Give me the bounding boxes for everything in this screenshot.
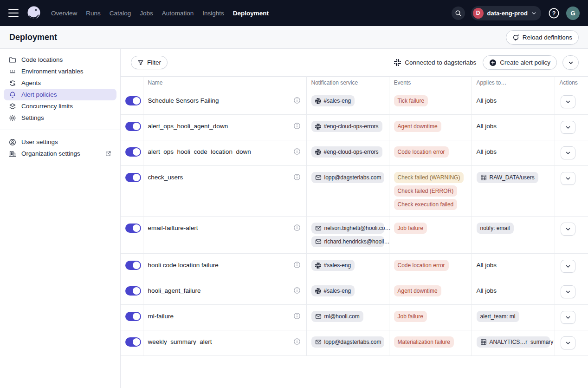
sidebar-item-code-locations[interactable]: Code locations: [4, 54, 116, 66]
applies-to-text: All jobs: [477, 287, 497, 294]
info-icon[interactable]: [293, 312, 301, 322]
enable-toggle[interactable]: [125, 286, 141, 296]
toggle-knob: [133, 338, 140, 346]
event-badge: Tick failure: [394, 95, 428, 106]
sidebar-item-environment-variables[interactable]: Environment variables: [4, 66, 116, 77]
event-badge: Agent downtime: [394, 285, 441, 296]
nav-item-catalog[interactable]: Catalog: [110, 10, 131, 17]
deployment-switcher[interactable]: D data-eng-prod: [471, 6, 541, 20]
table-row: Schedule Sensors Failing#sales-engTick f…: [121, 89, 588, 115]
toggle-knob: [133, 262, 140, 269]
toggle-knob: [133, 224, 140, 232]
create-alert-policy-button[interactable]: Create alert policy: [483, 55, 557, 70]
create-alert-policy-label: Create alert policy: [500, 59, 550, 66]
sidebar-item-organization-settings[interactable]: Organization settings: [4, 148, 116, 159]
sidebar-item-label: User settings: [21, 138, 58, 145]
nav-item-jobs[interactable]: Jobs: [140, 10, 153, 17]
row-actions-button[interactable]: [561, 172, 575, 185]
enable-toggle[interactable]: [125, 96, 141, 105]
reload-definitions-label: Reload definitions: [523, 34, 572, 41]
toggle-knob: [133, 97, 140, 105]
notification-chip: #eng-cloud-ops-errors: [311, 146, 382, 158]
bell-icon: [9, 91, 16, 99]
table-row: weekly_summary_alertlopp@dagsterlabs.com…: [121, 330, 588, 356]
notification-chip: #sales-eng: [311, 95, 355, 106]
info-icon[interactable]: [293, 148, 301, 157]
enable-toggle[interactable]: [125, 147, 141, 157]
notification-label: ml@hooli.com: [324, 313, 360, 320]
notification-chip: lopp@dagsterlabs.com: [311, 336, 384, 348]
sidebar: Code locationsEnvironment variablesAgent…: [0, 49, 121, 388]
sidebar-primary: Code locationsEnvironment variablesAgent…: [0, 54, 120, 124]
info-icon[interactable]: [293, 173, 301, 183]
sidebar-item-settings[interactable]: Settings: [4, 112, 116, 124]
help-button[interactable]: ?: [547, 7, 560, 20]
info-icon[interactable]: [293, 122, 301, 132]
notification-label: richard.hendricks@hooli…: [324, 238, 390, 245]
event-badge: Check failed (WARNING): [394, 172, 464, 183]
sidebar-item-label: Environment variables: [21, 68, 84, 75]
search-icon: [455, 10, 462, 17]
applies-to-chip: RAW_DATA/users: [477, 172, 538, 183]
row-actions-button[interactable]: [561, 95, 575, 108]
notification-label: lopp@dagsterlabs.com: [324, 339, 381, 345]
info-icon[interactable]: [293, 338, 301, 347]
policy-name: Schedule Sensors Failing: [148, 95, 219, 105]
nav-item-insights[interactable]: Insights: [202, 10, 224, 17]
event-badge: Agent downtime: [394, 121, 441, 132]
variables-icon: [9, 68, 16, 75]
filter-button[interactable]: Filter: [131, 56, 168, 69]
enable-toggle[interactable]: [125, 337, 141, 347]
notification-label: nelson.bighetti@hooli.co…: [324, 225, 391, 231]
connected-status: Connected to dagsterlabs: [394, 59, 476, 66]
enable-toggle[interactable]: [125, 173, 141, 182]
event-badge: Job failure: [394, 223, 427, 234]
page-title: Deployment: [9, 33, 57, 42]
alert-policies-table: NameNotification serviceEventsApplies to…: [121, 76, 588, 356]
column-header-events: Events: [389, 77, 472, 89]
row-actions-button[interactable]: [561, 311, 575, 324]
user-avatar[interactable]: G: [566, 7, 580, 20]
enable-toggle[interactable]: [125, 261, 141, 270]
info-icon[interactable]: [293, 261, 301, 270]
row-actions-button[interactable]: [561, 336, 575, 349]
nav-item-automation[interactable]: Automation: [162, 10, 194, 17]
info-icon[interactable]: [293, 287, 301, 296]
row-actions-button[interactable]: [561, 285, 575, 298]
sidebar-item-alert-policies[interactable]: Alert policies: [4, 89, 116, 100]
enable-toggle[interactable]: [125, 224, 141, 233]
sidebar-item-user-settings[interactable]: User settings: [4, 136, 116, 148]
sidebar-item-agents[interactable]: Agents: [4, 77, 116, 89]
row-actions-button[interactable]: [561, 223, 575, 236]
applies-to-chip: ANALYTICS…r_summary: [477, 336, 550, 348]
nav-item-overview[interactable]: Overview: [51, 10, 77, 17]
svg-text:?: ?: [552, 10, 556, 16]
reload-definitions-button[interactable]: Reload definitions: [506, 30, 579, 45]
sidebar-item-concurrency-limits[interactable]: Concurrency limits: [4, 100, 116, 112]
dagster-logo-icon[interactable]: [25, 4, 43, 22]
asset-table-icon: [480, 339, 487, 345]
search-button[interactable]: [452, 7, 465, 20]
filter-icon: [137, 59, 144, 66]
notification-chip: ml@hooli.com: [311, 311, 363, 322]
row-actions-button[interactable]: [561, 260, 575, 273]
column-header-notification-service: Notification service: [306, 77, 389, 89]
email-icon: [315, 313, 322, 320]
column-header-actions: Actions: [555, 77, 588, 89]
info-icon[interactable]: [293, 224, 301, 233]
nav-item-runs[interactable]: Runs: [86, 10, 101, 17]
info-icon[interactable]: [293, 97, 301, 106]
table-row: ml-failureml@hooli.comJob failurealert_t…: [121, 305, 588, 330]
notification-label: lopp@dagsterlabs.com: [324, 174, 381, 181]
enable-toggle[interactable]: [125, 122, 141, 131]
enable-toggle[interactable]: [125, 312, 141, 321]
create-alert-policy-menu-button[interactable]: [562, 55, 579, 70]
asset-table-icon: [480, 174, 487, 181]
event-badge: Job failure: [394, 311, 427, 322]
menu-icon[interactable]: [8, 9, 19, 17]
slack-icon: [315, 263, 321, 269]
nav-item-deployment[interactable]: Deployment: [233, 10, 269, 17]
row-actions-button[interactable]: [561, 121, 575, 134]
table-header-row: NameNotification serviceEventsApplies to…: [121, 77, 588, 89]
row-actions-button[interactable]: [561, 146, 575, 159]
